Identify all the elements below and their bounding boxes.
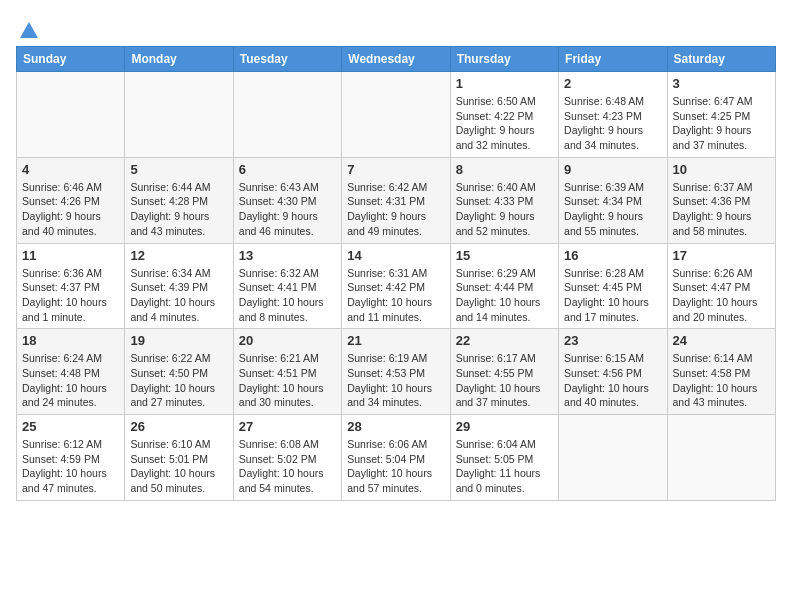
day-number: 7 — [347, 162, 444, 177]
day-info: Sunrise: 6:19 AM Sunset: 4:53 PM Dayligh… — [347, 351, 444, 410]
day-number: 17 — [673, 248, 770, 263]
day-number: 16 — [564, 248, 661, 263]
col-header-friday: Friday — [559, 47, 667, 72]
day-info: Sunrise: 6:06 AM Sunset: 5:04 PM Dayligh… — [347, 437, 444, 496]
calendar-cell — [17, 72, 125, 158]
day-number: 19 — [130, 333, 227, 348]
day-number: 23 — [564, 333, 661, 348]
day-number: 28 — [347, 419, 444, 434]
col-header-saturday: Saturday — [667, 47, 775, 72]
day-number: 5 — [130, 162, 227, 177]
calendar-cell: 5Sunrise: 6:44 AM Sunset: 4:28 PM Daylig… — [125, 157, 233, 243]
col-header-tuesday: Tuesday — [233, 47, 341, 72]
day-info: Sunrise: 6:48 AM Sunset: 4:23 PM Dayligh… — [564, 94, 661, 153]
calendar-cell: 17Sunrise: 6:26 AM Sunset: 4:47 PM Dayli… — [667, 243, 775, 329]
day-number: 21 — [347, 333, 444, 348]
calendar-week-row: 25Sunrise: 6:12 AM Sunset: 4:59 PM Dayli… — [17, 415, 776, 501]
day-info: Sunrise: 6:04 AM Sunset: 5:05 PM Dayligh… — [456, 437, 553, 496]
day-info: Sunrise: 6:36 AM Sunset: 4:37 PM Dayligh… — [22, 266, 119, 325]
calendar-week-row: 11Sunrise: 6:36 AM Sunset: 4:37 PM Dayli… — [17, 243, 776, 329]
day-info: Sunrise: 6:34 AM Sunset: 4:39 PM Dayligh… — [130, 266, 227, 325]
day-info: Sunrise: 6:42 AM Sunset: 4:31 PM Dayligh… — [347, 180, 444, 239]
day-info: Sunrise: 6:31 AM Sunset: 4:42 PM Dayligh… — [347, 266, 444, 325]
day-number: 8 — [456, 162, 553, 177]
day-info: Sunrise: 6:17 AM Sunset: 4:55 PM Dayligh… — [456, 351, 553, 410]
day-number: 4 — [22, 162, 119, 177]
col-header-wednesday: Wednesday — [342, 47, 450, 72]
col-header-monday: Monday — [125, 47, 233, 72]
calendar-cell: 23Sunrise: 6:15 AM Sunset: 4:56 PM Dayli… — [559, 329, 667, 415]
calendar-cell: 15Sunrise: 6:29 AM Sunset: 4:44 PM Dayli… — [450, 243, 558, 329]
calendar-cell: 11Sunrise: 6:36 AM Sunset: 4:37 PM Dayli… — [17, 243, 125, 329]
day-number: 3 — [673, 76, 770, 91]
calendar-cell: 4Sunrise: 6:46 AM Sunset: 4:26 PM Daylig… — [17, 157, 125, 243]
calendar-cell: 27Sunrise: 6:08 AM Sunset: 5:02 PM Dayli… — [233, 415, 341, 501]
calendar-cell: 25Sunrise: 6:12 AM Sunset: 4:59 PM Dayli… — [17, 415, 125, 501]
calendar-cell: 29Sunrise: 6:04 AM Sunset: 5:05 PM Dayli… — [450, 415, 558, 501]
col-header-sunday: Sunday — [17, 47, 125, 72]
day-number: 10 — [673, 162, 770, 177]
day-number: 1 — [456, 76, 553, 91]
day-number: 2 — [564, 76, 661, 91]
day-info: Sunrise: 6:28 AM Sunset: 4:45 PM Dayligh… — [564, 266, 661, 325]
day-number: 25 — [22, 419, 119, 434]
calendar-week-row: 4Sunrise: 6:46 AM Sunset: 4:26 PM Daylig… — [17, 157, 776, 243]
calendar-cell: 24Sunrise: 6:14 AM Sunset: 4:58 PM Dayli… — [667, 329, 775, 415]
day-info: Sunrise: 6:22 AM Sunset: 4:50 PM Dayligh… — [130, 351, 227, 410]
calendar-cell — [667, 415, 775, 501]
day-info: Sunrise: 6:32 AM Sunset: 4:41 PM Dayligh… — [239, 266, 336, 325]
day-number: 22 — [456, 333, 553, 348]
calendar-cell: 26Sunrise: 6:10 AM Sunset: 5:01 PM Dayli… — [125, 415, 233, 501]
day-info: Sunrise: 6:37 AM Sunset: 4:36 PM Dayligh… — [673, 180, 770, 239]
day-info: Sunrise: 6:15 AM Sunset: 4:56 PM Dayligh… — [564, 351, 661, 410]
day-number: 29 — [456, 419, 553, 434]
day-info: Sunrise: 6:21 AM Sunset: 4:51 PM Dayligh… — [239, 351, 336, 410]
day-number: 24 — [673, 333, 770, 348]
day-info: Sunrise: 6:29 AM Sunset: 4:44 PM Dayligh… — [456, 266, 553, 325]
day-info: Sunrise: 6:08 AM Sunset: 5:02 PM Dayligh… — [239, 437, 336, 496]
calendar-week-row: 18Sunrise: 6:24 AM Sunset: 4:48 PM Dayli… — [17, 329, 776, 415]
calendar-cell: 7Sunrise: 6:42 AM Sunset: 4:31 PM Daylig… — [342, 157, 450, 243]
calendar-cell: 2Sunrise: 6:48 AM Sunset: 4:23 PM Daylig… — [559, 72, 667, 158]
day-number: 27 — [239, 419, 336, 434]
page-header — [16, 16, 776, 36]
day-number: 14 — [347, 248, 444, 263]
logo — [16, 16, 40, 36]
day-info: Sunrise: 6:12 AM Sunset: 4:59 PM Dayligh… — [22, 437, 119, 496]
day-number: 9 — [564, 162, 661, 177]
day-info: Sunrise: 6:44 AM Sunset: 4:28 PM Dayligh… — [130, 180, 227, 239]
day-info: Sunrise: 6:47 AM Sunset: 4:25 PM Dayligh… — [673, 94, 770, 153]
day-number: 20 — [239, 333, 336, 348]
calendar-cell — [559, 415, 667, 501]
day-info: Sunrise: 6:10 AM Sunset: 5:01 PM Dayligh… — [130, 437, 227, 496]
svg-marker-0 — [20, 22, 38, 38]
day-number: 6 — [239, 162, 336, 177]
day-number: 11 — [22, 248, 119, 263]
calendar-cell: 16Sunrise: 6:28 AM Sunset: 4:45 PM Dayli… — [559, 243, 667, 329]
calendar-header-row: SundayMondayTuesdayWednesdayThursdayFrid… — [17, 47, 776, 72]
col-header-thursday: Thursday — [450, 47, 558, 72]
calendar-cell — [342, 72, 450, 158]
calendar-cell: 14Sunrise: 6:31 AM Sunset: 4:42 PM Dayli… — [342, 243, 450, 329]
day-number: 18 — [22, 333, 119, 348]
day-info: Sunrise: 6:46 AM Sunset: 4:26 PM Dayligh… — [22, 180, 119, 239]
day-number: 26 — [130, 419, 227, 434]
calendar-cell — [125, 72, 233, 158]
calendar-cell: 22Sunrise: 6:17 AM Sunset: 4:55 PM Dayli… — [450, 329, 558, 415]
day-info: Sunrise: 6:39 AM Sunset: 4:34 PM Dayligh… — [564, 180, 661, 239]
day-number: 15 — [456, 248, 553, 263]
calendar-cell: 1Sunrise: 6:50 AM Sunset: 4:22 PM Daylig… — [450, 72, 558, 158]
calendar-cell: 10Sunrise: 6:37 AM Sunset: 4:36 PM Dayli… — [667, 157, 775, 243]
day-info: Sunrise: 6:50 AM Sunset: 4:22 PM Dayligh… — [456, 94, 553, 153]
calendar-cell: 28Sunrise: 6:06 AM Sunset: 5:04 PM Dayli… — [342, 415, 450, 501]
day-number: 13 — [239, 248, 336, 263]
logo-icon — [18, 18, 40, 40]
day-info: Sunrise: 6:40 AM Sunset: 4:33 PM Dayligh… — [456, 180, 553, 239]
calendar-cell: 18Sunrise: 6:24 AM Sunset: 4:48 PM Dayli… — [17, 329, 125, 415]
calendar-cell: 3Sunrise: 6:47 AM Sunset: 4:25 PM Daylig… — [667, 72, 775, 158]
calendar-cell: 20Sunrise: 6:21 AM Sunset: 4:51 PM Dayli… — [233, 329, 341, 415]
calendar-cell: 8Sunrise: 6:40 AM Sunset: 4:33 PM Daylig… — [450, 157, 558, 243]
calendar-cell: 13Sunrise: 6:32 AM Sunset: 4:41 PM Dayli… — [233, 243, 341, 329]
day-info: Sunrise: 6:43 AM Sunset: 4:30 PM Dayligh… — [239, 180, 336, 239]
calendar-cell: 19Sunrise: 6:22 AM Sunset: 4:50 PM Dayli… — [125, 329, 233, 415]
